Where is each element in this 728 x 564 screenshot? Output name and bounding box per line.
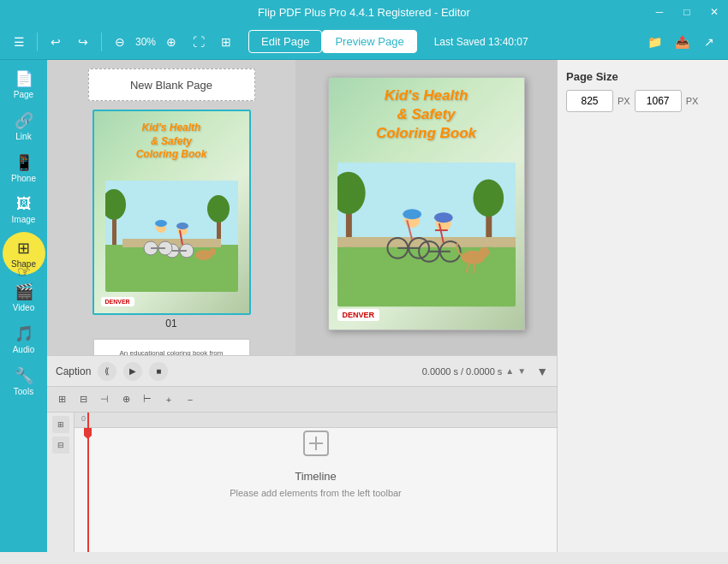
share-button[interactable]: ↗ bbox=[697, 30, 721, 54]
tools-icon: 🔧 bbox=[15, 366, 33, 385]
edit-page-button[interactable]: Edit Page bbox=[248, 30, 322, 53]
width-unit: PX bbox=[618, 96, 630, 106]
timeline-panel: Caption ⟪ ▶ ■ 0.0000 s / 0.0000 s ▲ ▼ ▼ … bbox=[47, 355, 557, 552]
page-size-row: PX PX bbox=[566, 90, 719, 112]
sidebar-item-shape[interactable]: ⊞ Shape ☞ bbox=[3, 232, 45, 275]
timeline-side-panel: ⊞ ⊟ bbox=[47, 413, 75, 552]
preview-page-button[interactable]: Preview Page bbox=[322, 30, 416, 53]
zoom-in-button[interactable]: ⊕ bbox=[159, 30, 183, 54]
sidebar-item-video[interactable]: 🎬 Video bbox=[3, 278, 45, 317]
sidebar-label-phone: Phone bbox=[11, 174, 36, 183]
tl-align-left-button[interactable]: ⊣ bbox=[95, 390, 114, 409]
close-button[interactable]: ✕ bbox=[701, 0, 728, 24]
tl-side-layers-button[interactable]: ⊞ bbox=[52, 416, 69, 433]
grid-button[interactable]: ⊞ bbox=[214, 30, 238, 54]
timeline-toolbar: ⊞ ⊟ ⊣ ⊕ ⊢ + − bbox=[47, 387, 557, 413]
sidebar-item-link[interactable]: 🔗 Link bbox=[3, 107, 45, 145]
svg-point-36 bbox=[433, 212, 452, 223]
import-button[interactable]: 📁 bbox=[642, 30, 666, 54]
main-toolbar: ☰ ↩ ↪ ⊖ 30% ⊕ ⛶ ⊞ Edit Page Preview Page… bbox=[0, 24, 728, 60]
svg-rect-28 bbox=[337, 239, 516, 306]
caption-bar: Caption ⟪ ▶ ■ 0.0000 s / 0.0000 s ▲ ▼ ▼ bbox=[47, 356, 557, 387]
sidebar-label-video: Video bbox=[13, 303, 34, 312]
collapse-button[interactable]: ▼ bbox=[536, 365, 548, 378]
new-blank-page-button[interactable]: New Blank Page bbox=[88, 68, 255, 101]
timeline-body: ⊞ ⊟ 0 bbox=[47, 413, 557, 552]
timeline-empty-icon bbox=[301, 428, 331, 465]
timeline-track-area: 0 Timeline Please add elements fr bbox=[75, 413, 557, 552]
redo-button[interactable]: ↪ bbox=[71, 30, 95, 54]
page-thumb-frame-1[interactable]: Kid's Health& SafetyColoring Book bbox=[92, 110, 251, 315]
rewind-button[interactable]: ⟪ bbox=[98, 362, 116, 381]
maximize-button[interactable]: □ bbox=[673, 0, 701, 24]
canvas-denver-badge: DENVER bbox=[337, 309, 380, 321]
main-scene-svg bbox=[337, 162, 516, 307]
timeline-icon-svg bbox=[301, 428, 331, 459]
sidebar-label-page: Page bbox=[14, 90, 33, 99]
svg-point-49 bbox=[479, 246, 489, 257]
canvas-book-title: Kid's Health& SafetyColoring Book bbox=[376, 86, 476, 143]
left-sidebar: 📄 Page 🔗 Link 📱 Phone 🖼 Image ⊞ Shape ☞ … bbox=[0, 60, 47, 552]
tl-align-right-button[interactable]: ⊢ bbox=[138, 390, 157, 409]
page-width-input[interactable] bbox=[566, 90, 613, 112]
minimize-button[interactable]: ─ bbox=[646, 0, 673, 24]
sidebar-label-tools: Tools bbox=[14, 387, 33, 396]
image-icon: 🖼 bbox=[16, 195, 32, 213]
main-layout: 📄 Page 🔗 Link 📱 Phone 🖼 Image ⊞ Shape ☞ … bbox=[0, 60, 728, 552]
page-thumbnail-1[interactable]: Kid's Health& SafetyColoring Book bbox=[92, 110, 251, 329]
hamburger-menu-button[interactable]: ☰ bbox=[7, 30, 31, 54]
caption-label: Caption bbox=[56, 365, 91, 377]
tl-zoom-out-button[interactable]: − bbox=[181, 390, 200, 409]
tl-add-button[interactable]: ⊞ bbox=[52, 390, 71, 409]
page-view-toggle: Edit Page Preview Page bbox=[248, 30, 417, 53]
last-saved-label: Last Saved 13:40:07 bbox=[434, 36, 528, 48]
toolbar-separator bbox=[37, 33, 38, 51]
ruler-zero-label: 0 bbox=[81, 414, 86, 423]
scene-svg-thumb bbox=[105, 181, 238, 292]
time-value: 0.0000 s / 0.0000 s bbox=[422, 366, 503, 377]
link-icon: 🔗 bbox=[15, 111, 33, 130]
tl-zoom-in-button[interactable]: + bbox=[159, 390, 178, 409]
tl-side-grid-button[interactable]: ⊟ bbox=[52, 436, 69, 454]
timeline-ruler: 0 bbox=[75, 413, 557, 428]
stop-button[interactable]: ■ bbox=[149, 362, 168, 381]
audio-icon: 🎵 bbox=[15, 324, 33, 343]
tl-split-button[interactable]: ⊟ bbox=[74, 390, 92, 409]
page-thumb-cover-1: Kid's Health& SafetyColoring Book bbox=[94, 111, 249, 313]
sidebar-item-audio[interactable]: 🎵 Audio bbox=[3, 320, 45, 359]
page-size-label: Page Size bbox=[566, 70, 719, 83]
page-icon: 📄 bbox=[15, 69, 33, 88]
video-icon: 🎬 bbox=[15, 282, 33, 301]
zoom-out-button[interactable]: ⊖ bbox=[108, 30, 132, 54]
play-button[interactable]: ▶ bbox=[123, 362, 142, 381]
svg-point-8 bbox=[176, 223, 188, 229]
canvas-cover: Kid's Health& SafetyColoring Book bbox=[329, 78, 524, 329]
svg-point-14 bbox=[155, 220, 167, 227]
svg-point-33 bbox=[473, 179, 504, 217]
timeline-empty-state: Timeline Please add elements from the le… bbox=[75, 428, 557, 498]
time-display: 0.0000 s / 0.0000 s ▲ ▼ bbox=[422, 366, 526, 377]
page-canvas[interactable]: Kid's Health& SafetyColoring Book bbox=[328, 77, 525, 330]
sidebar-label-link: Link bbox=[15, 132, 31, 141]
page-height-input[interactable] bbox=[635, 90, 682, 112]
tl-align-center-button[interactable]: ⊕ bbox=[116, 390, 135, 409]
sidebar-item-image[interactable]: 🖼 Image bbox=[3, 191, 45, 229]
zoom-value: 30% bbox=[135, 36, 156, 48]
svg-point-19 bbox=[209, 248, 216, 255]
undo-button[interactable]: ↩ bbox=[44, 30, 68, 54]
time-down-arrow[interactable]: ▼ bbox=[517, 366, 526, 376]
sidebar-item-page[interactable]: 📄 Page bbox=[3, 65, 45, 104]
canvas-scene bbox=[337, 147, 516, 321]
sidebar-item-tools[interactable]: 🔧 Tools bbox=[3, 362, 45, 401]
sidebar-item-phone[interactable]: 📱 Phone bbox=[3, 149, 45, 187]
export-button[interactable]: 📤 bbox=[670, 30, 694, 54]
denver-badge-thumb: DENVER bbox=[101, 297, 134, 306]
fit-screen-button[interactable]: ⛶ bbox=[187, 30, 211, 54]
titlebar: Flip PDF Plus Pro 4.4.1 Registered - Edi… bbox=[0, 0, 728, 24]
time-up-arrow[interactable]: ▲ bbox=[505, 366, 514, 376]
svg-point-5 bbox=[207, 195, 230, 223]
book-title-thumb: Kid's Health& SafetyColoring Book bbox=[136, 122, 207, 162]
shape-icon: ⊞ bbox=[17, 239, 30, 258]
zoom-level: 30% bbox=[135, 36, 156, 48]
page-number-1: 01 bbox=[165, 318, 176, 329]
